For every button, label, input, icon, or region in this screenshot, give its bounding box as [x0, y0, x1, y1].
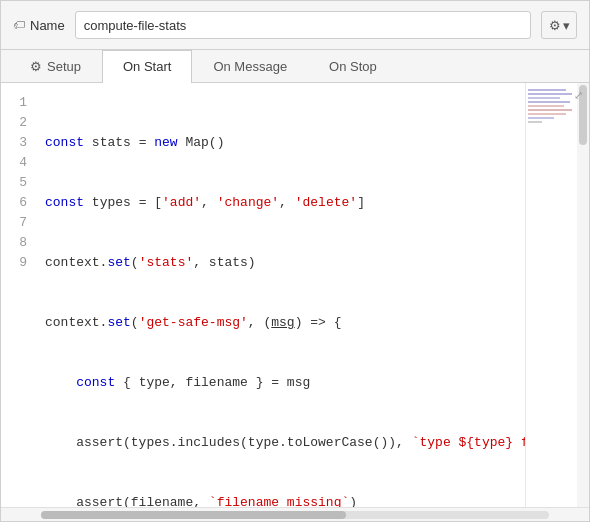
tab-setup[interactable]: ⚙ Setup	[9, 50, 102, 82]
svg-rect-7	[528, 117, 554, 119]
main-container: 🏷 Name ⚙ ▾ ⚙ Setup On Start On Message O…	[0, 0, 590, 522]
svg-rect-5	[528, 109, 572, 111]
tab-on-message[interactable]: On Message	[192, 50, 308, 82]
svg-rect-2	[528, 97, 560, 99]
code-editor[interactable]: const stats = new Map() const types = ['…	[37, 83, 525, 507]
gear-icon: ⚙	[549, 18, 561, 33]
dropdown-icon: ▾	[563, 18, 570, 33]
settings-button[interactable]: ⚙ ▾	[541, 11, 577, 39]
code-line-6: assert(types.includes(type.toLowerCase()…	[45, 433, 517, 453]
line-numbers: 1 2 3 4 5 6 7 8 9	[1, 83, 37, 507]
bottom-scrollbar-bar	[1, 507, 589, 521]
svg-rect-8	[528, 121, 542, 123]
code-line-7: assert(filename, `filename missing`)	[45, 493, 517, 507]
expand-icon[interactable]: ⤢	[574, 89, 583, 102]
svg-rect-6	[528, 113, 566, 115]
svg-rect-0	[528, 89, 566, 91]
tab-on-stop[interactable]: On Stop	[308, 50, 398, 82]
name-label: 🏷 Name	[13, 18, 65, 33]
horizontal-scrollbar-thumb[interactable]	[41, 511, 346, 519]
code-line-2: const types = ['add', 'change', 'delete'…	[45, 193, 517, 213]
minimap	[525, 83, 577, 507]
minimap-svg	[528, 87, 574, 157]
tab-on-start[interactable]: On Start	[102, 50, 192, 83]
svg-rect-4	[528, 105, 564, 107]
code-line-3: context.set('stats', stats)	[45, 253, 517, 273]
tag-icon: 🏷	[13, 18, 25, 32]
horizontal-scrollbar-track[interactable]	[41, 511, 549, 519]
tabs-row: ⚙ Setup On Start On Message On Stop	[1, 50, 589, 83]
code-line-5: const { type, filename } = msg	[45, 373, 517, 393]
node-name-input[interactable]	[75, 11, 531, 39]
code-line-4: context.set('get-safe-msg', (msg) => {	[45, 313, 517, 333]
vertical-scrollbar[interactable]	[577, 83, 589, 507]
name-text: Name	[30, 18, 65, 33]
header-row: 🏷 Name ⚙ ▾	[1, 1, 589, 50]
code-line-1: const stats = new Map()	[45, 133, 517, 153]
editor-area: 1 2 3 4 5 6 7 8 9 const stats = new Map(…	[1, 83, 589, 507]
gear-icon-small: ⚙	[30, 59, 42, 74]
svg-rect-3	[528, 101, 570, 103]
svg-rect-1	[528, 93, 572, 95]
